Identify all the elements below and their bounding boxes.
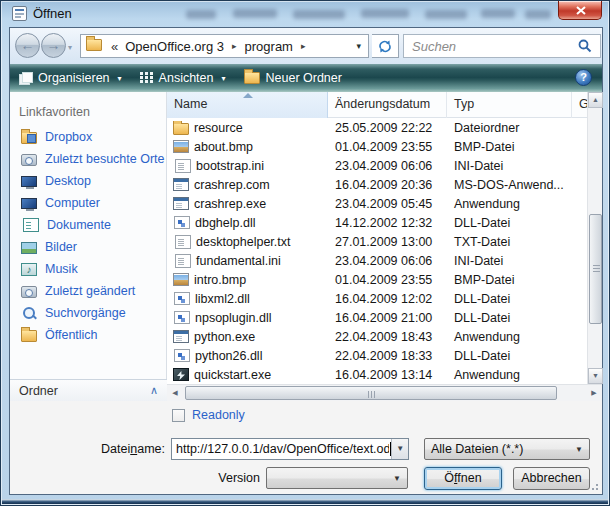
- close-icon: [576, 6, 586, 15]
- help-button[interactable]: ?: [575, 69, 592, 86]
- scroll-right-button[interactable]: ▶: [586, 385, 602, 401]
- sidebar-item-suchvorgänge[interactable]: Suchvorgänge: [10, 302, 166, 324]
- vertical-scrollbar-thumb[interactable]: [589, 214, 602, 324]
- column-header-name[interactable]: Name: [167, 92, 328, 118]
- file-row[interactable]: bootstrap.ini 23.04.2009 06:06 INI-Datei: [167, 156, 587, 175]
- documents-icon: [23, 218, 39, 232]
- column-header-type[interactable]: Typ: [447, 92, 572, 118]
- dialog-content: ← → ▾ « OpenOffice.org 3 ▸ program ▸ ▾: [9, 27, 603, 495]
- organize-icon: [19, 72, 32, 85]
- filetype-select[interactable]: Alle Dateien (*.*) ▼: [424, 438, 590, 460]
- views-button[interactable]: Ansichten ▾: [131, 67, 235, 89]
- quickstart-file-icon: [173, 368, 189, 381]
- file-row[interactable]: libxml2.dll 16.04.2009 12:02 DLL-Datei: [167, 289, 587, 308]
- image-file-icon: [173, 140, 189, 153]
- breadcrumb-separator-icon[interactable]: ▸: [295, 41, 312, 51]
- folders-label: Ordner: [19, 384, 58, 398]
- breadcrumb-segment[interactable]: OpenOffice.org 3: [123, 39, 226, 54]
- new-folder-label: Neuer Ordner: [266, 71, 342, 85]
- file-row[interactable]: desktophelper.txt 27.01.2009 13:00 TXT-D…: [167, 232, 587, 251]
- breadcrumb-separator-icon[interactable]: ▸: [226, 41, 243, 51]
- back-button[interactable]: ←: [15, 33, 40, 58]
- sidebar-item-zuletzt-besuchte-orte[interactable]: Zuletzt besuchte Orte: [10, 148, 166, 170]
- folders-expander[interactable]: Ordner ∧: [10, 379, 167, 401]
- sidebar-item-desktop[interactable]: Desktop: [10, 170, 166, 192]
- recently-changed-icon: [21, 286, 37, 298]
- column-header-date[interactable]: Änderungsdatum: [328, 92, 447, 118]
- open-button[interactable]: Öffnen: [424, 467, 502, 490]
- chevron-down-icon: ▼: [393, 474, 401, 483]
- organize-label: Organisieren: [38, 71, 110, 85]
- history-dropdown-icon[interactable]: ▾: [68, 43, 72, 52]
- navigation-bar: ← → ▾ « OpenOffice.org 3 ▸ program ▸ ▾: [10, 28, 602, 64]
- views-icon: [140, 72, 153, 84]
- dll-file-icon: [174, 292, 190, 305]
- pictures-icon: [21, 242, 37, 254]
- file-row[interactable]: npsoplugin.dll 16.04.2009 21:00 DLL-Date…: [167, 308, 587, 327]
- scroll-down-button[interactable]: ▼: [588, 368, 603, 384]
- horizontal-scrollbar-thumb[interactable]: [185, 386, 557, 400]
- sidebar-header: Linkfavoriten: [19, 105, 90, 119]
- app-file-icon: [173, 178, 189, 191]
- scroll-left-button[interactable]: ◀: [167, 385, 183, 401]
- file-row[interactable]: python.exe 22.04.2009 18:43 Anwendung: [167, 327, 587, 346]
- search-input[interactable]: Suchen: [403, 34, 601, 58]
- sidebar-item-dokumente[interactable]: Dokumente: [10, 214, 166, 236]
- file-row[interactable]: python26.dll 22.04.2009 18:33 DLL-Datei: [167, 346, 587, 365]
- text-file-icon: [175, 235, 191, 249]
- vertical-scrollbar[interactable]: ▲ ▼: [587, 92, 602, 384]
- dll-file-icon: [174, 349, 190, 362]
- file-row[interactable]: crashrep.exe 23.04.2009 05:45 Anwendung: [167, 194, 587, 213]
- sidebar-item-musik[interactable]: ♪ Musik: [10, 258, 166, 280]
- file-row[interactable]: crashrep.com 16.04.2009 20:36 MS-DOS-Anw…: [167, 175, 587, 194]
- folder-icon: [86, 39, 102, 54]
- file-row[interactable]: resource 25.05.2009 22:22 Dateiordner: [167, 118, 587, 137]
- forward-button[interactable]: →: [41, 33, 66, 58]
- cancel-button[interactable]: Abbrechen: [513, 467, 590, 490]
- sidebar-item-computer[interactable]: Computer: [10, 192, 166, 214]
- refresh-button[interactable]: [372, 34, 399, 58]
- file-row[interactable]: quickstart.exe 16.04.2009 13:14 Anwendun…: [167, 365, 587, 384]
- address-dropdown-icon[interactable]: ▾: [356, 41, 361, 51]
- organize-button[interactable]: Organisieren ▾: [10, 67, 131, 89]
- column-header-size[interactable]: G: [572, 92, 587, 118]
- file-row[interactable]: fundamental.ini 23.04.2009 06:06 INI-Dat…: [167, 251, 587, 270]
- back-arrow-icon: ←: [21, 37, 35, 53]
- readonly-label[interactable]: Readonly: [192, 408, 245, 422]
- refresh-icon: [377, 39, 393, 54]
- breadcrumb-overflow[interactable]: «: [111, 39, 118, 54]
- dll-file-icon: [174, 216, 190, 229]
- title-bar[interactable]: Öffnen: [1, 1, 609, 27]
- horizontal-scrollbar[interactable]: ◀ ▶: [167, 384, 602, 401]
- resize-grip-icon[interactable]: [588, 480, 598, 490]
- favorites-sidebar: Linkfavoriten Dropbox Zuletzt besuchte O…: [10, 92, 167, 401]
- sidebar-item-bilder[interactable]: Bilder: [10, 236, 166, 258]
- file-row[interactable]: about.bmp 01.04.2009 23:55 BMP-Datei: [167, 137, 587, 156]
- dialog-footer: Readonly Dateiname: http://127.0.0.1/dav…: [10, 401, 602, 494]
- dropbox-folder-icon: [21, 132, 37, 144]
- sidebar-item-dropbox[interactable]: Dropbox: [10, 126, 166, 148]
- command-toolbar: Organisieren ▾ Ansichten ▾ Neuer Ordner …: [10, 64, 602, 92]
- sidebar-item-zuletzt-geändert[interactable]: Zuletzt geändert: [10, 280, 166, 302]
- filename-input[interactable]: http://127.0.0.1/dav/OpenOffice/text.odt…: [171, 438, 409, 460]
- breadcrumb[interactable]: « OpenOffice.org 3 ▸ program ▸ ▾: [80, 34, 369, 58]
- sidebar-item-öffentlich[interactable]: Öffentlich: [10, 324, 166, 346]
- breadcrumb-segment[interactable]: program: [243, 39, 295, 54]
- search-placeholder: Suchen: [404, 39, 578, 54]
- readonly-checkbox[interactable]: [172, 409, 185, 422]
- file-row[interactable]: intro.bmp 01.04.2009 23:55 BMP-Datei: [167, 270, 587, 289]
- desktop-icon: [21, 176, 37, 187]
- filename-dropdown-button[interactable]: ▼: [391, 439, 408, 459]
- searches-icon: [21, 306, 37, 320]
- dialog-icon: [12, 6, 27, 21]
- file-row[interactable]: dbghelp.dll 14.12.2002 12:32 DLL-Datei: [167, 213, 587, 232]
- new-folder-button[interactable]: Neuer Ordner: [235, 67, 351, 89]
- computer-icon: [21, 198, 37, 209]
- version-select[interactable]: ▼: [266, 467, 408, 489]
- close-button[interactable]: [558, 1, 602, 20]
- filename-value: http://127.0.0.1/dav/OpenOffice/text.odt: [172, 442, 389, 456]
- version-label: Version: [160, 471, 260, 485]
- scroll-up-button[interactable]: ▲: [588, 92, 603, 108]
- recent-places-icon: [21, 154, 37, 166]
- chevron-down-icon: ▼: [575, 445, 583, 454]
